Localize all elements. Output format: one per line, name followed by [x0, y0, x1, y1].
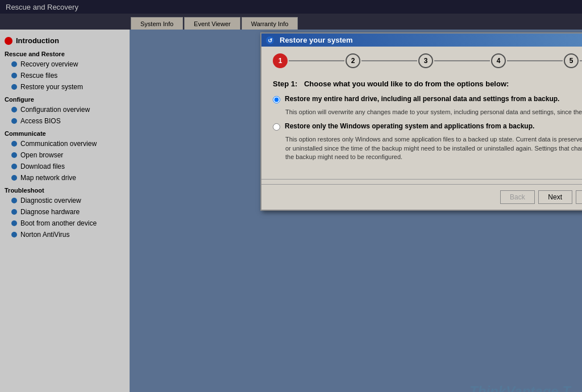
restore-icon: [266, 36, 274, 44]
step-3-circle: 3: [418, 53, 433, 68]
bullet-icon: [11, 61, 17, 67]
cancel-button[interactable]: Cancel: [576, 190, 582, 204]
thinkvantage-watermark: ThinkVantage T: [469, 383, 571, 392]
tab-warranty-info[interactable]: Warranty Info: [242, 17, 298, 30]
dialog-footer: Back Next Cancel Help: [261, 184, 582, 210]
next-button[interactable]: Next: [538, 190, 572, 204]
sidebar-item-rescue-files[interactable]: Rescue files: [0, 70, 130, 81]
sidebar-item-configuration-overview[interactable]: Configuration overview: [0, 104, 130, 115]
app-title: Rescue and Recovery: [6, 3, 78, 11]
step-line-2-3: [361, 60, 417, 61]
bullet-icon: [11, 73, 17, 78]
bullet-icon: [11, 220, 17, 226]
sidebar-item-open-browser[interactable]: Open browser: [0, 149, 130, 161]
option-1-radio[interactable]: [273, 96, 280, 103]
main-container: Introduction Rescue and Restore Recovery…: [0, 30, 582, 392]
sidebar-item-restore-system[interactable]: Restore your system: [0, 81, 130, 93]
back-button[interactable]: Back: [500, 190, 535, 204]
option-1-label: Restore my entire hard drive, including …: [285, 95, 559, 103]
bullet-icon: [11, 107, 17, 112]
tab-event-viewer[interactable]: Event Viewer: [184, 17, 240, 30]
step-title: Step 1: Choose what you would like to do…: [273, 80, 582, 88]
step-line-5-6: [580, 60, 582, 61]
step-5-circle: 5: [564, 53, 579, 68]
sidebar-item-access-bios[interactable]: Access BIOS: [0, 115, 130, 127]
bullet-icon: [11, 84, 17, 90]
step-1-circle: 1: [273, 53, 288, 68]
sidebar-item-communication-overview[interactable]: Communication overview: [0, 138, 130, 149]
step-2-circle: 2: [346, 53, 360, 68]
sidebar-item-introduction[interactable]: Introduction: [0, 34, 130, 47]
dialog-content: Step 1: Choose what you would like to do…: [261, 73, 582, 174]
sidebar-section-troubleshoot: Troubleshoot: [0, 184, 130, 195]
sidebar-item-boot-from-another[interactable]: Boot from another device: [0, 218, 130, 229]
sidebar-item-norton-antivirus[interactable]: Norton AntiVirus: [0, 229, 130, 240]
bullet-icon: [11, 209, 17, 215]
intro-icon: [5, 37, 13, 45]
bullet-icon: [11, 118, 17, 124]
option-2-container: Restore only the Windows operating syste…: [273, 122, 582, 131]
bullet-icon: [11, 164, 17, 169]
option-2-description: This option restores only Windows and so…: [285, 135, 582, 161]
top-tabs-bar: System Info Event Viewer Warranty Info: [0, 14, 582, 30]
step-indicator: 1 2 3 4 5 6: [261, 47, 582, 73]
dialog-title-left: Restore your system: [266, 36, 353, 44]
bullet-icon: [11, 198, 17, 203]
step-line-4-5: [507, 60, 563, 61]
sidebar-item-recovery-overview[interactable]: Recovery overview: [0, 59, 130, 70]
sidebar-item-diagnostic-overview[interactable]: Diagnostic overview: [0, 195, 130, 206]
content-area: Help Restore your system × 1 2: [130, 30, 582, 392]
sidebar-item-map-network-drive[interactable]: Map network drive: [0, 172, 130, 184]
sidebar-item-download-files[interactable]: Download files: [0, 161, 130, 172]
sidebar-section-rescue: Rescue and Restore: [0, 47, 130, 59]
bullet-icon: [11, 141, 17, 147]
step-line-1-2: [289, 60, 344, 61]
bullet-icon: [11, 232, 17, 237]
step-line-3-4: [434, 60, 490, 61]
dialog-title: Restore your system: [280, 36, 353, 44]
tab-system-info[interactable]: System Info: [131, 17, 183, 30]
dialog-separator: [261, 179, 582, 180]
bullet-icon: [11, 152, 17, 158]
option-1-description: This option will overwrite any changes m…: [285, 108, 582, 116]
option-2-radio[interactable]: [273, 123, 280, 131]
restore-dialog: Restore your system × 1 2 3 4: [260, 32, 582, 211]
sidebar-section-communicate: Communicate: [0, 127, 130, 138]
bullet-icon: [11, 175, 17, 181]
step-4-circle: 4: [491, 53, 506, 68]
title-bar: Rescue and Recovery: [0, 0, 582, 14]
sidebar-item-diagnose-hardware[interactable]: Diagnose hardware: [0, 206, 130, 218]
option-1-container: Restore my entire hard drive, including …: [273, 95, 582, 103]
option-2-label: Restore only the Windows operating syste…: [285, 122, 534, 130]
sidebar-section-configure: Configure: [0, 93, 130, 104]
dialog-title-bar: Restore your system ×: [261, 34, 582, 47]
sidebar: Introduction Rescue and Restore Recovery…: [0, 30, 130, 392]
